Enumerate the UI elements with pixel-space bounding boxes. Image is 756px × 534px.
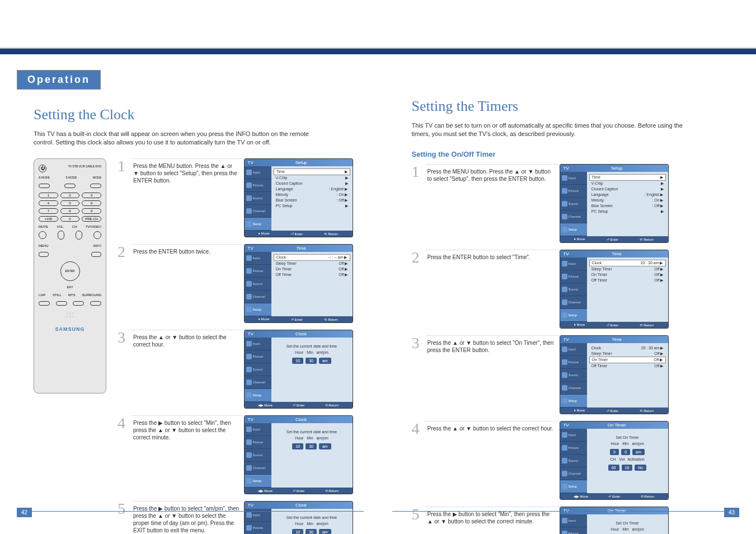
- step-number: 1: [118, 158, 131, 237]
- step-number: 3: [412, 335, 425, 414]
- osd-setup: TVSetup Input Picture Sound Channel Setu…: [244, 158, 356, 237]
- step-text: Press the ▲ or ▼ button to select "On Ti…: [425, 335, 560, 414]
- vol-button: [58, 231, 64, 240]
- info-label: INFO: [93, 244, 101, 247]
- timers-intro-text: This TV can be set to turn on or off aut…: [412, 121, 703, 139]
- osd-clock-hour: TVClock Input Picture Sound Channel Setu…: [244, 330, 356, 409]
- osd-timer-ontimer-select: TVTime Input Picture Sound Channel Setup…: [560, 335, 672, 414]
- step-1: 1 Press the MENU button. Press the ▲ or …: [118, 158, 356, 237]
- right-page: Setting the Timers This TV can be set to…: [378, 0, 757, 534]
- step-text: Press the ▶ button to select "Min", then…: [131, 415, 244, 494]
- cap-label: CAP.: [39, 293, 46, 297]
- step-4: 4 Press the ▶ button to select "Min", th…: [118, 415, 356, 494]
- step-text: Press the ▶ button to select "am/pm", th…: [131, 501, 244, 534]
- step-number: 4: [412, 421, 425, 500]
- step-text: Press the ENTER button to select "Time".: [425, 250, 560, 329]
- page-number-left: 42: [17, 508, 32, 517]
- smode-label: S.MODE: [39, 176, 50, 179]
- remote-control: ⏻ TV STB VCR CABLE DVD S.MODE S.MODE MOD…: [34, 158, 106, 394]
- timer-steps: 1 Press the MENU button. Press the ▲ or …: [412, 164, 723, 534]
- mode-label: MODE: [93, 176, 101, 179]
- remote-container: ⏻ TV STB VCR CABLE DVD S.MODE S.MODE MOD…: [34, 158, 118, 534]
- num-100: +100: [39, 216, 58, 222]
- timer-step-1: 1 Press the MENU button. Press the ▲ or …: [412, 164, 723, 243]
- remote-dots: ○ ○ ○○ ○ ○: [39, 311, 101, 318]
- source-buttons: TV STB VCR CABLE DVD: [68, 165, 101, 172]
- num-1: 1: [39, 193, 58, 198]
- step-5: 5 Press the ▶ button to select "am/pm", …: [118, 501, 356, 534]
- mute-button: [39, 231, 46, 239]
- onoff-timer-title: Setting the On/Off Timer: [412, 150, 723, 158]
- clock-intro-text: This TV has a built-in clock that will a…: [34, 130, 325, 147]
- step-number: 2: [412, 250, 425, 329]
- num-5: 5: [60, 200, 80, 206]
- num-8: 8: [60, 208, 80, 214]
- step-text: Press the ▲ or ▼ button to select the co…: [425, 421, 560, 500]
- step-2: 2 Press the ENTER button twice. TVTime I…: [118, 244, 356, 323]
- mts-label: MTS: [68, 293, 76, 297]
- still-label: STILL: [53, 293, 62, 297]
- num-0: 0: [60, 216, 80, 222]
- tvvideo-label: TV/VIDEO: [86, 225, 101, 228]
- osd-timer-time: TVTime Input Picture Sound Channel Setup…: [560, 250, 672, 329]
- page-bar: [392, 511, 739, 512]
- step-text: Press the MENU button. Press the ▲ or ▼ …: [425, 164, 560, 243]
- num-6: 6: [82, 200, 101, 206]
- num-7: 7: [39, 208, 58, 214]
- osd-time: TVTime Input Picture Sound Channel Setup: [244, 244, 356, 323]
- clock-content: ⏻ TV STB VCR CABLE DVD S.MODE S.MODE MOD…: [34, 158, 356, 534]
- step-number: 2: [118, 244, 131, 323]
- num-4: 4: [39, 200, 58, 206]
- page-bar: [17, 511, 364, 512]
- num-2: 2: [60, 193, 80, 198]
- surround-label: SURROUND: [82, 293, 101, 297]
- exit-label: EXIT: [39, 285, 101, 289]
- smode-label2: S.MODE: [66, 176, 77, 179]
- step-3: 3 Press the ▲ or ▼ button to select the …: [118, 330, 356, 409]
- ch-button: [76, 231, 82, 240]
- step-number: 5: [118, 501, 131, 534]
- osd-clock-min: TVClock Input Picture Sound Channel Setu…: [244, 415, 356, 494]
- samsung-logo: SAMSUNG: [39, 326, 101, 332]
- enter-button: ENTER: [60, 261, 80, 281]
- step-number: 4: [118, 415, 131, 494]
- setting-clock-title: Setting the Clock: [34, 106, 356, 123]
- step-number: 3: [118, 330, 131, 409]
- timer-step-4: 4 Press the ▲ or ▼ button to select the …: [412, 421, 723, 500]
- num-3: 3: [82, 193, 101, 198]
- ch-label: CH: [72, 225, 77, 228]
- num-prech: PRE-CH: [82, 216, 101, 222]
- step-text: Press the ▲ or ▼ button to select the co…: [131, 330, 244, 409]
- left-page: Operation Setting the Clock This TV has …: [0, 0, 378, 534]
- step-text: Press the ENTER button twice.: [131, 244, 244, 323]
- menu-label: MENU: [39, 244, 49, 247]
- setting-timers-title: Setting the Timers: [412, 98, 723, 115]
- osd-timer-setup: TVSetup Input Picture Sound Channel Setu…: [560, 164, 672, 243]
- page-number-right: 43: [724, 508, 739, 517]
- osd-ontimer-hour: TVOn Timer Input Picture Sound Channel S…: [560, 421, 672, 500]
- main-container: Operation Setting the Clock This TV has …: [0, 0, 756, 534]
- osd-clock-ampm: TVClock Input Picture Sound Channel Setu…: [244, 501, 356, 534]
- step-number: 1: [412, 164, 425, 243]
- power-button: ⏻: [39, 165, 46, 172]
- vol-label: VOL: [57, 225, 63, 228]
- mute-label: MUTE: [39, 225, 48, 228]
- step-text: Press the MENU button. Press the ▲ or ▼ …: [131, 158, 244, 237]
- tvvideo-button: [93, 231, 101, 239]
- num-9: 9: [82, 208, 101, 214]
- timer-step-2: 2 Press the ENTER button to select "Time…: [412, 250, 723, 329]
- clock-steps: 1 Press the MENU button. Press the ▲ or …: [118, 158, 356, 534]
- timer-step-3: 3 Press the ▲ or ▼ button to select "On …: [412, 335, 723, 414]
- operation-heading: Operation: [17, 70, 101, 90]
